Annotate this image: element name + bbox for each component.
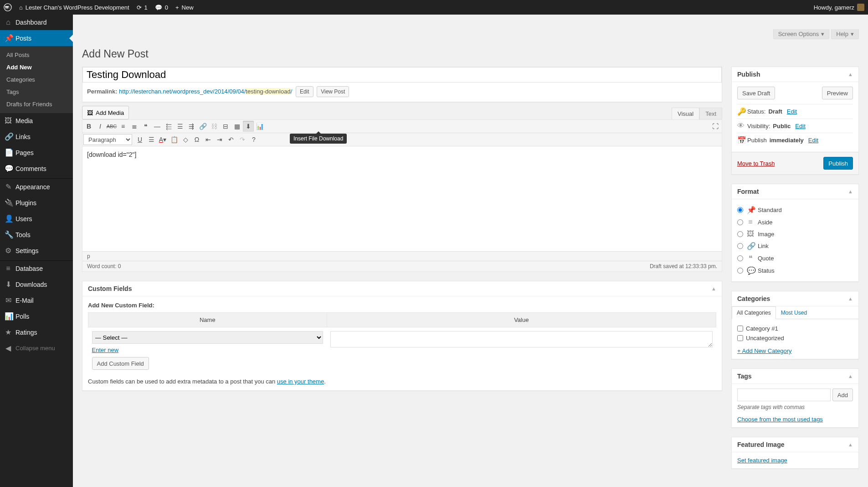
toggle-icon[interactable]: ▲ xyxy=(711,286,716,291)
toggle-icon[interactable]: ▲ xyxy=(848,373,853,379)
format-standard[interactable]: 📌 Standard xyxy=(737,204,853,216)
nav-ratings[interactable]: ★Ratings xyxy=(0,324,73,340)
clear-format-button[interactable]: ◇ xyxy=(180,134,191,145)
nav-polls[interactable]: 📊Polls xyxy=(0,308,73,324)
indent-button[interactable]: ⇥ xyxy=(214,134,225,145)
toggle-icon[interactable]: ▲ xyxy=(848,296,853,301)
add-media-button[interactable]: 🖼Add Media xyxy=(82,106,129,119)
format-status[interactable]: 💬 Status xyxy=(737,264,853,277)
format-link[interactable]: 🔗 Link xyxy=(737,240,853,252)
nav-users[interactable]: 👤Users xyxy=(0,211,73,227)
blockquote-button[interactable]: ❝ xyxy=(140,121,151,132)
subnav-add-new[interactable]: Add New xyxy=(0,61,73,73)
nav-settings[interactable]: ⚙Settings xyxy=(0,243,73,259)
subnav-categories[interactable]: Categories xyxy=(0,73,73,86)
toolbar-toggle-button[interactable]: ▦ xyxy=(231,121,242,132)
underline-button[interactable]: U xyxy=(134,134,145,145)
publish-button[interactable]: Publish xyxy=(823,157,853,170)
move-to-trash-link[interactable]: Move to Trash xyxy=(737,160,775,167)
nav-e-mail[interactable]: ✉E-Mail xyxy=(0,292,73,308)
paste-text-button[interactable]: 📋 xyxy=(169,134,180,145)
nav-downloads[interactable]: ⬇Downloads xyxy=(0,276,73,292)
subnav-tags[interactable]: Tags xyxy=(0,86,73,98)
nav-tools[interactable]: 🔧Tools xyxy=(0,227,73,243)
bullet-list-button[interactable]: ≡ xyxy=(118,121,128,132)
edit-status-link[interactable]: Edit xyxy=(787,108,797,115)
format-aside[interactable]: ≡ Aside xyxy=(737,216,853,228)
edit-slug-button[interactable]: Edit xyxy=(296,86,313,97)
editor-content[interactable]: [download id="2"] xyxy=(82,146,722,251)
cf-enter-new-link[interactable]: Enter new xyxy=(92,347,119,353)
preview-button[interactable]: Preview xyxy=(822,87,853,99)
tag-input[interactable] xyxy=(737,389,831,401)
subnav-drafts-for-friends[interactable]: Drafts for Friends xyxy=(0,98,73,110)
nav-collapse-menu[interactable]: ◀Collapse menu xyxy=(0,340,73,356)
comments-count[interactable]: 💬 0 xyxy=(155,4,168,11)
save-draft-button[interactable]: Save Draft xyxy=(737,87,775,99)
nav-posts[interactable]: 📌Posts xyxy=(0,30,73,46)
post-title-input[interactable] xyxy=(82,67,722,83)
textcolor-button[interactable]: A ▾ xyxy=(157,134,168,145)
add-tag-button[interactable]: Add xyxy=(832,389,853,401)
number-list-button[interactable]: ≣ xyxy=(129,121,140,132)
my-account[interactable]: Howdy, gamerz xyxy=(814,4,864,11)
outdent-button[interactable]: ⇤ xyxy=(203,134,214,145)
nav-dashboard[interactable]: ⌂Dashboard xyxy=(0,15,73,30)
nav-links[interactable]: 🔗Links xyxy=(0,129,73,145)
insert-poll-button[interactable]: 📊 xyxy=(254,121,265,132)
cat-tab-all[interactable]: All Categories xyxy=(732,306,776,319)
link-button[interactable]: 🔗 xyxy=(197,121,208,132)
help-toggle[interactable]: Help ▾ xyxy=(831,29,859,39)
special-char-button[interactable]: Ω xyxy=(191,134,202,145)
italic-button[interactable]: I xyxy=(95,121,106,132)
updates[interactable]: ⟳ 1 xyxy=(137,4,148,11)
format-select[interactable]: Paragraph xyxy=(83,134,132,145)
hr-button[interactable]: — xyxy=(152,121,163,132)
subnav-all-posts[interactable]: All Posts xyxy=(0,49,73,61)
permalink[interactable]: http://lesterchan.net/wordpress_dev/2014… xyxy=(119,88,292,95)
align-left-button[interactable]: ⬱ xyxy=(163,121,174,132)
help-button[interactable]: ? xyxy=(248,134,259,145)
justify-button[interactable]: ☰ xyxy=(146,134,157,145)
nav-pages[interactable]: 📄Pages xyxy=(0,145,73,161)
format-quote[interactable]: ❝ Quote xyxy=(737,252,853,264)
redo-button[interactable]: ↷ xyxy=(237,134,248,145)
format-image[interactable]: 🖼 Image xyxy=(737,228,853,240)
edit-schedule-link[interactable]: Edit xyxy=(808,137,818,144)
nav-comments[interactable]: 💬Comments xyxy=(0,161,73,176)
toggle-icon[interactable]: ▲ xyxy=(848,442,853,447)
tab-visual[interactable]: Visual xyxy=(672,108,699,119)
cf-theme-link[interactable]: use in your theme xyxy=(277,378,324,385)
choose-tags-link[interactable]: Choose from the most used tags xyxy=(737,416,823,423)
tab-text[interactable]: Text xyxy=(699,108,722,119)
cf-value-textarea[interactable] xyxy=(330,331,712,347)
cat-tab-most[interactable]: Most Used xyxy=(776,306,812,319)
post-slug[interactable]: testing-download xyxy=(246,88,290,95)
edit-visibility-link[interactable]: Edit xyxy=(795,123,805,130)
site-name[interactable]: ⌂ Lester Chan's WordPress Development xyxy=(19,4,129,11)
screen-options-toggle[interactable]: Screen Options ▾ xyxy=(773,29,830,39)
wp-logo[interactable] xyxy=(4,3,12,11)
undo-button[interactable]: ↶ xyxy=(226,134,236,145)
bold-button[interactable]: B xyxy=(83,121,94,132)
add-category-link[interactable]: + Add New Category xyxy=(737,347,792,354)
toggle-icon[interactable]: ▲ xyxy=(848,72,853,77)
align-center-button[interactable]: ☰ xyxy=(175,121,185,132)
cf-name-select[interactable]: — Select — xyxy=(92,331,324,344)
new-content[interactable]: + New xyxy=(175,4,194,11)
set-featured-link[interactable]: Set featured image xyxy=(737,457,787,464)
nav-media[interactable]: 🖼Media xyxy=(0,113,73,129)
view-post-button[interactable]: View Post xyxy=(317,86,349,97)
toggle-icon[interactable]: ▲ xyxy=(848,189,853,194)
unlink-button[interactable]: ⛓ xyxy=(209,121,220,132)
category-item[interactable]: Category #1 xyxy=(737,324,853,333)
category-item[interactable]: Uncategorized xyxy=(737,333,853,343)
nav-database[interactable]: ≡Database xyxy=(0,261,73,276)
more-button[interactable]: ⊟ xyxy=(220,121,231,132)
nav-appearance[interactable]: ✎Appearance xyxy=(0,179,73,195)
align-right-button[interactable]: ⇶ xyxy=(186,121,197,132)
strikethrough-button[interactable]: ABC xyxy=(106,121,117,132)
fullscreen-button[interactable]: ⛶ xyxy=(710,121,721,132)
add-custom-field-button[interactable]: Add Custom Field xyxy=(92,357,149,370)
insert-download-button[interactable]: ⬇ xyxy=(243,121,254,132)
